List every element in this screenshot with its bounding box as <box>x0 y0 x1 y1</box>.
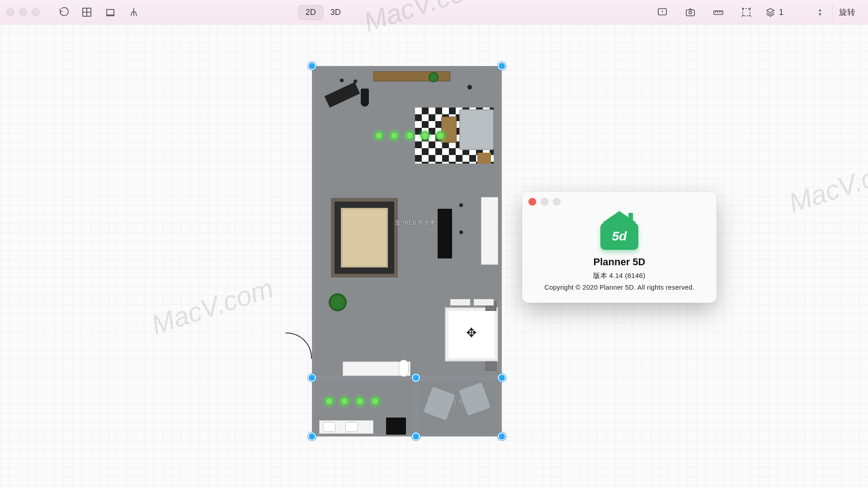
furn-pendant[interactable] <box>459 203 463 207</box>
furn-dining-table[interactable] <box>350 218 380 257</box>
selection-handle[interactable] <box>308 374 316 382</box>
app-logo: 5d <box>600 216 638 250</box>
construction-icon[interactable] <box>101 3 119 21</box>
history-icon[interactable] <box>54 3 72 21</box>
svg-rect-3 <box>686 10 694 16</box>
light-bulb[interactable] <box>355 397 364 406</box>
selection-handle[interactable] <box>498 432 506 441</box>
about-window: 5d Planner 5D 版本 4.14 (8146) Copyright ©… <box>522 192 717 303</box>
furn-curtain[interactable] <box>450 299 470 305</box>
furn-armchair[interactable] <box>423 386 456 421</box>
furn-armchair[interactable] <box>458 381 491 416</box>
ceiling-lights-row[interactable] <box>374 131 445 140</box>
about-minimize <box>541 198 548 206</box>
light-bulb[interactable] <box>325 397 334 406</box>
light-bulb[interactable] <box>374 131 383 140</box>
furn-nightstand[interactable] <box>486 361 496 371</box>
selection-handle[interactable] <box>412 374 420 382</box>
furn-plant[interactable] <box>428 71 439 83</box>
door-swing[interactable] <box>286 333 312 359</box>
room-label-living: 室 (81.6 平方米 <box>395 219 435 227</box>
watermark: MacV.com <box>147 272 277 341</box>
selection-handle[interactable] <box>412 432 420 441</box>
ruler-icon[interactable] <box>709 3 727 21</box>
move-gizmo-icon[interactable]: ✥ <box>461 325 481 343</box>
furn-plant[interactable] <box>327 292 348 313</box>
furn-sink[interactable] <box>323 422 335 432</box>
svg-rect-5 <box>714 11 723 14</box>
selection-handle[interactable] <box>308 62 316 70</box>
light-bulb[interactable] <box>436 131 445 140</box>
about-traffic-lights <box>522 192 717 212</box>
svg-point-4 <box>689 11 692 14</box>
furn-sofa[interactable] <box>459 109 494 150</box>
rooms-icon[interactable] <box>78 3 96 21</box>
traffic-close[interactable] <box>6 8 14 16</box>
selection-handle[interactable] <box>498 62 506 70</box>
about-version: 版本 4.14 (8146) <box>522 272 717 280</box>
furn-kitchen-island[interactable] <box>438 209 452 258</box>
floor-plan[interactable]: 室 (81.6 平方米 ✥ <box>312 66 502 436</box>
floor-number: 1 <box>779 8 783 17</box>
view-mode-3d[interactable]: 3D <box>323 5 348 20</box>
light-bulb[interactable] <box>371 397 380 406</box>
selection-handle[interactable] <box>498 374 506 382</box>
traffic-minimize[interactable] <box>19 8 27 16</box>
feedback-icon[interactable] <box>653 3 671 21</box>
exterior-icon[interactable] <box>125 3 143 21</box>
light-bulb[interactable] <box>405 131 414 140</box>
rotate-button[interactable]: 旋转 <box>832 4 862 20</box>
view-mode-toggle: 2D 3D <box>298 5 348 20</box>
layers-icon <box>765 7 775 17</box>
toolbar-right-group: 1 ▲▼ 旋转 <box>653 3 862 21</box>
floor-spin[interactable]: ▲▼ <box>818 8 822 16</box>
app-logo-text: 5d <box>600 223 638 250</box>
selection-handle[interactable] <box>308 432 316 441</box>
furn-ceiling-lamp[interactable] <box>340 79 344 82</box>
snapshot-icon[interactable] <box>681 3 699 21</box>
about-zoom <box>553 198 561 206</box>
furn-side-table[interactable] <box>477 153 491 164</box>
room-balcony[interactable]: 台 ( 方 <box>416 378 502 436</box>
ceiling-lights-row[interactable] <box>325 397 380 406</box>
about-copyright: Copyright © 2020 Planner 5D. All rights … <box>522 284 717 291</box>
window-traffic-lights <box>6 8 40 16</box>
furn-stove[interactable] <box>386 418 406 435</box>
furn-piano[interactable] <box>325 82 360 108</box>
about-title: Planner 5D <box>522 256 717 268</box>
furn-curtain[interactable] <box>474 299 494 305</box>
furn-toilet[interactable] <box>399 360 409 377</box>
furn-pendant[interactable] <box>459 230 463 234</box>
furn-floor-lamp[interactable] <box>467 85 472 89</box>
light-bulb[interactable] <box>390 131 399 140</box>
watermark: MacV.com <box>785 150 868 219</box>
floor-stepper[interactable]: 1 ▲▼ <box>765 7 822 17</box>
svg-rect-6 <box>743 9 750 16</box>
about-close[interactable] <box>528 198 536 206</box>
traffic-zoom[interactable] <box>32 8 40 16</box>
room-kitchenette[interactable] <box>312 378 416 436</box>
design-canvas[interactable]: MacV.com MacV.com MacV.com <box>0 24 868 488</box>
extents-icon[interactable] <box>737 3 755 21</box>
view-mode-2d[interactable]: 2D <box>298 5 323 20</box>
furn-guitar[interactable] <box>361 89 369 107</box>
room-main[interactable]: 室 (81.6 平方米 ✥ <box>312 66 502 378</box>
light-bulb[interactable] <box>340 397 349 406</box>
furn-wall-cabinets[interactable] <box>481 197 498 265</box>
furn-sink[interactable] <box>345 422 358 432</box>
light-bulb[interactable] <box>420 131 429 140</box>
titlebar: 2D 3D 1 ▲▼ 旋转 <box>0 0 868 25</box>
